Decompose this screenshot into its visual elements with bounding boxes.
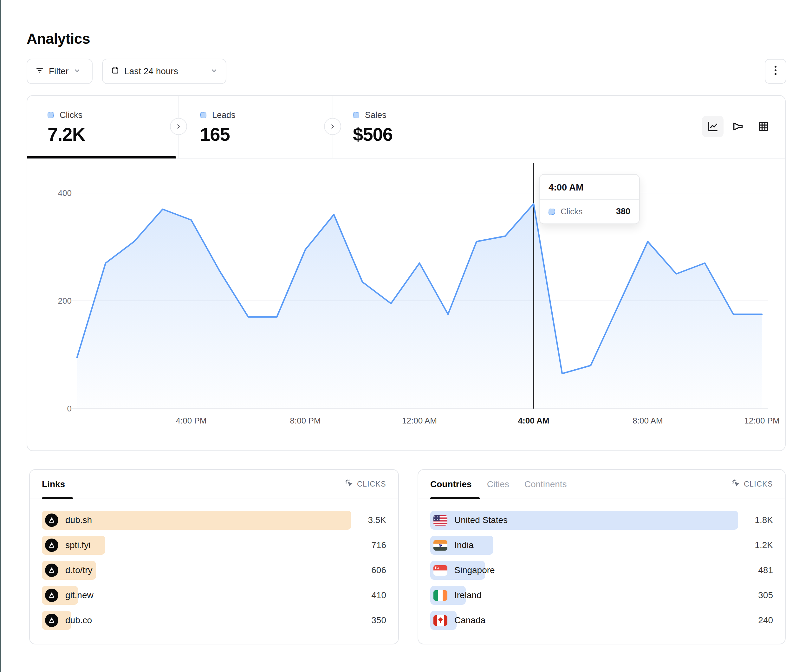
tooltip-value: 380 (616, 207, 630, 217)
row-label: United States (454, 515, 508, 525)
link-row-d.to/try[interactable]: d.to/try606 (42, 561, 386, 580)
stats-tab-bar: Clicks 7.2K Leads 165 Sales $506 (27, 96, 785, 159)
clicks-time-series-chart[interactable]: 02004004:00 PM8:00 PM12:00 AM4:00 AM8:00… (27, 158, 785, 451)
dub-logo-avatar-icon (45, 614, 58, 627)
cursor-click-icon (345, 479, 354, 490)
funnel-chart-view-button[interactable] (727, 116, 749, 137)
country-row-Ireland[interactable]: Ireland305 (430, 586, 773, 605)
flag-in-icon (433, 540, 447, 551)
row-value: 1.2K (755, 540, 773, 550)
country-row-Canada[interactable]: Canada240 (430, 611, 773, 630)
row-label: spti.fyi (65, 540, 90, 550)
tab-links[interactable]: Links (42, 479, 65, 490)
country-row-Singapore[interactable]: Singapore481 (430, 561, 773, 580)
tab-cities[interactable]: Cities (487, 479, 509, 490)
row-label: India (454, 540, 474, 550)
clicks-area-fill (77, 204, 762, 409)
dub-logo-avatar-icon (45, 539, 58, 552)
date-range-button[interactable]: Last 24 hours (102, 59, 226, 84)
country-row-India[interactable]: India1.2K (430, 536, 773, 555)
stat-value: $506 (353, 125, 498, 143)
kebab-menu-icon (771, 66, 780, 77)
tooltip-time: 4:00 AM (540, 175, 639, 200)
link-row-spti.fyi[interactable]: spti.fyi716 (42, 536, 386, 555)
x-axis-tick: 8:00 AM (633, 416, 663, 425)
tab-clicks[interactable]: Clicks 7.2K (27, 96, 179, 158)
tab-leads[interactable]: Leads 165 (179, 96, 333, 158)
chevron-down-icon (73, 66, 80, 77)
row-value: 240 (758, 615, 773, 625)
y-axis-tick: 400 (58, 188, 72, 198)
metric-label: CLICKS (744, 480, 773, 488)
flag-sg-icon (433, 565, 447, 576)
more-options-button[interactable] (765, 59, 786, 84)
leads-legend-chip-icon (200, 112, 206, 118)
x-axis-tick: 4:00 AM (518, 416, 549, 425)
date-range-label: Last 24 hours (124, 66, 178, 77)
row-label: git.new (65, 590, 94, 600)
x-axis-tick: 4:00 PM (176, 416, 207, 425)
y-axis-tick: 0 (67, 404, 72, 413)
dub-logo-avatar-icon (45, 513, 58, 527)
sales-legend-chip-icon (353, 112, 359, 118)
dub-logo-avatar-icon (45, 588, 58, 602)
row-value: 481 (758, 565, 773, 575)
row-value: 3.5K (368, 515, 386, 525)
dub-logo-avatar-icon (45, 564, 58, 577)
tooltip-series-chip-icon (549, 208, 555, 215)
y-axis-tick: 200 (58, 296, 72, 305)
x-axis-tick: 12:00 AM (402, 416, 437, 425)
stat-label: Sales (365, 110, 387, 120)
metric-selector[interactable]: CLICKS (345, 479, 386, 490)
link-row-dub.co[interactable]: dub.co350 (42, 611, 386, 630)
row-value: 1.8K (755, 515, 773, 525)
active-tab-underline (42, 497, 73, 499)
chart-tooltip: 4:00 AM Clicks 380 (539, 174, 640, 224)
countries-panel: Countries Cities Continents CLICKS Unite… (418, 469, 786, 645)
tab-sales[interactable]: Sales $506 (333, 96, 498, 158)
clicks-legend-chip-icon (48, 112, 54, 118)
x-axis-tick: 8:00 PM (290, 416, 321, 425)
filter-button[interactable]: Filter (27, 59, 92, 84)
tooltip-series-label: Clicks (561, 207, 582, 217)
stat-value: 7.2K (48, 125, 179, 143)
metric-selector[interactable]: CLICKS (732, 479, 773, 490)
table-view-button[interactable] (753, 116, 774, 137)
filter-button-label: Filter (49, 66, 68, 77)
line-chart-view-button[interactable] (702, 116, 723, 137)
link-row-git.new[interactable]: git.new410 (42, 586, 386, 605)
flag-ie-icon (433, 590, 447, 601)
stat-value: 165 (200, 125, 333, 143)
row-label: dub.co (65, 615, 92, 625)
row-value: 410 (371, 590, 386, 600)
metric-label: CLICKS (357, 480, 386, 488)
row-value: 606 (371, 565, 386, 575)
calendar-icon (111, 66, 119, 77)
tab-continents[interactable]: Continents (524, 479, 567, 490)
stat-label: Clicks (60, 110, 82, 120)
row-value: 350 (371, 615, 386, 625)
chart-type-switcher (702, 116, 774, 137)
expand-leads-chevron-button[interactable] (324, 118, 341, 135)
links-panel: Links CLICKS dub.sh3.5Kspti.fyi716d.to/t… (29, 469, 399, 645)
page-edge-accent (0, 0, 1, 672)
flag-us-icon (433, 515, 447, 525)
cursor-click-icon (732, 479, 741, 490)
row-label: Ireland (454, 590, 482, 600)
country-row-United States[interactable]: United States1.8K (430, 511, 773, 530)
page-title: Analytics (27, 30, 90, 47)
flag-ca-icon (433, 615, 447, 626)
row-label: Canada (454, 615, 485, 625)
row-value: 716 (371, 540, 386, 550)
row-label: dub.sh (65, 515, 92, 525)
analytics-card: Clicks 7.2K Leads 165 Sales $506 (27, 95, 786, 451)
x-axis-tick: 12:00 PM (744, 416, 780, 425)
expand-clicks-chevron-button[interactable] (170, 118, 187, 135)
row-label: d.to/try (65, 565, 92, 575)
filter-icon (36, 66, 44, 77)
link-row-dub.sh[interactable]: dub.sh3.5K (42, 511, 386, 530)
stat-label: Leads (212, 110, 235, 120)
tab-countries[interactable]: Countries (430, 479, 472, 490)
active-tab-underline (430, 497, 480, 499)
row-label: Singapore (454, 565, 495, 575)
